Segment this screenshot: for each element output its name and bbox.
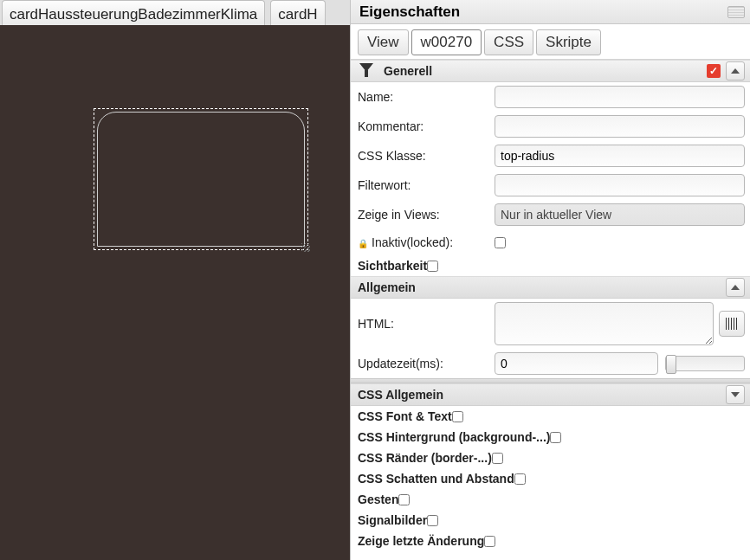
canvas-tab-1[interactable]: cardH xyxy=(270,0,325,25)
section-css-font-title: CSS Font & Text xyxy=(358,409,452,423)
canvas-pane: cardHaussteuerungBadezimmerKlima cardH xyxy=(0,0,350,560)
checkbox-gesten[interactable] xyxy=(398,494,410,505)
properties-panel: Eigenschaften View w00270 CSS Skripte Ge… xyxy=(350,0,750,560)
section-sichtbarkeit[interactable]: Sichtbarkeit xyxy=(351,255,750,276)
row-zeige-views: Zeige in Views: Nur in aktueller View xyxy=(351,200,750,229)
panel-header: Eigenschaften xyxy=(351,0,750,24)
row-css-klasse: CSS Klasse: xyxy=(351,141,750,171)
row-filterwort: Filterwort: xyxy=(351,171,750,200)
panel-title: Eigenschaften xyxy=(359,3,460,21)
row-html: HTML: xyxy=(351,299,750,349)
label-name: Name: xyxy=(358,90,495,104)
widget-shape xyxy=(97,112,305,247)
row-updatezeit: Updatezeit(ms): xyxy=(351,349,750,378)
html-edit-button[interactable] xyxy=(719,311,745,337)
section-css-font[interactable]: CSS Font & Text xyxy=(351,406,750,427)
label-html: HTML: xyxy=(358,317,495,331)
section-gesten-title: Gesten xyxy=(358,492,398,506)
tab-skripte[interactable]: Skripte xyxy=(536,29,601,55)
input-filterwort[interactable] xyxy=(495,174,745,196)
textarea-html[interactable] xyxy=(495,302,714,345)
row-inaktiv: Inaktiv(locked): xyxy=(351,229,750,255)
panel-tabs: View w00270 CSS Skripte xyxy=(351,24,750,60)
section-css-border[interactable]: CSS Ränder (border-...) xyxy=(351,447,750,468)
section-gesten[interactable]: Gesten xyxy=(351,489,750,510)
section-generell-title: Generell xyxy=(384,64,432,78)
label-updatezeit: Updatezeit(ms): xyxy=(358,357,495,370)
section-sichtbarkeit-title: Sichtbarkeit xyxy=(358,259,427,273)
tab-view[interactable]: View xyxy=(358,29,409,55)
checkbox-last-change[interactable] xyxy=(484,536,495,547)
label-css-klasse: CSS Klasse: xyxy=(358,149,495,163)
section-signalbilder[interactable]: Signalbilder xyxy=(351,510,750,531)
input-css-klasse[interactable] xyxy=(495,145,745,167)
selected-widget[interactable] xyxy=(94,108,308,250)
canvas-surface[interactable] xyxy=(0,25,350,560)
section-allgemein-header[interactable]: Allgemein xyxy=(351,276,750,299)
checkbox-sichtbarkeit[interactable] xyxy=(427,261,438,272)
input-name[interactable] xyxy=(495,86,745,108)
slider-updatezeit[interactable] xyxy=(665,356,745,371)
checkbox-inaktiv[interactable] xyxy=(495,237,506,248)
section-css-bg-title: CSS Hintergrund (background-...) xyxy=(358,430,550,444)
slider-thumb[interactable] xyxy=(666,355,676,374)
checkbox-css-border[interactable] xyxy=(492,453,503,464)
checkbox-css-shadow[interactable] xyxy=(514,473,526,485)
section-css-bg[interactable]: CSS Hintergrund (background-...) xyxy=(351,427,750,447)
collapse-css-allgemein[interactable] xyxy=(726,385,745,404)
section-last-change-title: Zeige letzte Änderung xyxy=(358,534,484,548)
label-inaktiv: Inaktiv(locked): xyxy=(358,235,495,249)
tab-css[interactable]: CSS xyxy=(484,29,533,55)
filter-icon xyxy=(358,62,375,80)
collapse-allgemein[interactable] xyxy=(726,278,745,297)
label-kommentar: Kommentar: xyxy=(358,119,495,133)
section-signalbilder-title: Signalbilder xyxy=(358,513,427,527)
canvas-tab-0[interactable]: cardHaussteuerungBadezimmerKlima xyxy=(2,0,265,25)
checkbox-css-bg[interactable] xyxy=(550,432,561,443)
section-generell-header[interactable]: Generell ✓ xyxy=(351,60,750,82)
barcode-icon xyxy=(726,318,738,330)
canvas-tabs: cardHaussteuerungBadezimmerKlima cardH xyxy=(0,0,350,25)
section-css-shadow[interactable]: CSS Schatten und Abstand xyxy=(351,468,750,489)
collapse-generell[interactable] xyxy=(726,61,745,80)
section-css-allgemein-title: CSS Allgemein xyxy=(358,388,443,402)
section-css-allgemein-header[interactable]: CSS Allgemein xyxy=(351,383,750,406)
section-allgemein-title: Allgemein xyxy=(358,280,416,294)
input-updatezeit[interactable] xyxy=(495,352,658,375)
label-filterwort: Filterwort: xyxy=(358,178,495,192)
drag-handle-icon[interactable] xyxy=(727,6,745,18)
pin-toggle[interactable]: ✓ xyxy=(707,64,721,78)
checkbox-css-font[interactable] xyxy=(452,411,463,422)
section-css-border-title: CSS Ränder (border-...) xyxy=(358,451,492,465)
tab-widget[interactable]: w00270 xyxy=(411,29,482,55)
section-last-change[interactable]: Zeige letzte Änderung xyxy=(351,531,750,551)
checkbox-signalbilder[interactable] xyxy=(427,515,438,526)
select-zeige-views[interactable]: Nur in aktueller View xyxy=(495,203,745,226)
resize-handle[interactable] xyxy=(301,243,310,252)
row-name: Name: xyxy=(351,82,750,112)
section-css-shadow-title: CSS Schatten und Abstand xyxy=(358,472,514,486)
input-kommentar[interactable] xyxy=(495,115,745,138)
label-zeige-views: Zeige in Views: xyxy=(358,208,495,222)
row-kommentar: Kommentar: xyxy=(351,112,750,141)
